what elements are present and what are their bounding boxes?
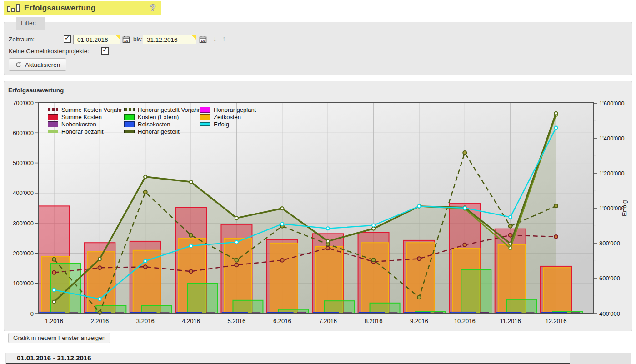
svg-text:1'200'000: 1'200'000	[599, 170, 625, 177]
svg-text:5.2016: 5.2016	[228, 318, 246, 324]
report-range-label: 01.01.2016 - 31.12.2016	[17, 354, 91, 362]
refresh-button-label: Aktualisieren	[25, 61, 60, 68]
refresh-button[interactable]: Aktualisieren	[9, 58, 66, 71]
legend-swatch	[48, 114, 58, 120]
svg-text:400'000: 400'000	[13, 189, 34, 196]
svg-text:300'000: 300'000	[13, 220, 34, 227]
legend-swatch	[124, 108, 135, 111]
svg-text:2.2016: 2.2016	[90, 318, 109, 324]
legend-swatch	[48, 121, 58, 127]
legend-label: Summe Kosten	[61, 114, 102, 120]
svg-text:700'000: 700'000	[13, 100, 34, 106]
erfolgsauswertung-page: Erfolgsauswertung ? Filter: Zeitraum: ✓ …	[0, 0, 636, 364]
keine-gemeinkosten-checkbox[interactable]: ✓	[101, 47, 109, 55]
svg-text:4.2016: 4.2016	[182, 318, 200, 324]
report-footer: 01.01.2016 - 31.12.2016	[5, 353, 631, 364]
legend-label: Zeitkosten	[214, 114, 241, 120]
legend-column: Honorar geplantZeitkostenErfolg	[200, 106, 256, 128]
date-from-input[interactable]	[73, 35, 120, 44]
legend-label: Honorar geplant	[214, 106, 256, 113]
legend-swatch	[200, 107, 210, 113]
svg-text:0: 0	[30, 310, 34, 317]
legend-label: Honorar gestellt Vorjahr	[138, 106, 200, 113]
svg-text:400'000: 400'000	[599, 310, 620, 317]
bis-label: bis:	[133, 36, 143, 43]
legend-label: Honorar bezahlt	[61, 128, 104, 135]
svg-text:1.2016: 1.2016	[45, 318, 63, 324]
legend-swatch	[124, 130, 135, 133]
legend-label: Nebenkosten	[61, 121, 96, 128]
help-icon[interactable]: ?	[150, 3, 155, 13]
date-to-input[interactable]	[143, 35, 196, 44]
chart-panel: Erfolgsauswertung 0100'000200'000300'000…	[4, 81, 632, 331]
legend-swatch	[124, 121, 135, 127]
legend-column: Summe Kosten VorjahrSumme KostenNebenkos…	[48, 106, 122, 135]
page-title-bar: Erfolgsauswertung ?	[4, 1, 161, 15]
date-to-field	[143, 35, 196, 45]
legend-item-honorar-gestellt-vorjahr: Honorar gestellt Vorjahr	[124, 106, 200, 113]
right-axis-title: Erfolg	[621, 200, 628, 216]
legend-label: Kosten (Extern)	[138, 114, 179, 120]
svg-text:200'000: 200'000	[13, 250, 34, 257]
legend-swatch	[200, 114, 210, 120]
legend-swatch	[124, 114, 135, 120]
legend-item-summe-kosten-vorjahr: Summe Kosten Vorjahr	[48, 106, 122, 113]
svg-text:3.2016: 3.2016	[136, 318, 155, 324]
svg-text:123: 123	[201, 40, 205, 42]
calendar-icon: 123	[199, 35, 208, 44]
svg-text:1'400'000: 1'400'000	[599, 135, 625, 142]
checkmark-icon: ✓	[65, 34, 70, 41]
svg-text:10.2016: 10.2016	[454, 318, 476, 324]
svg-text:8.2016: 8.2016	[365, 318, 383, 324]
zeitraum-checkbox[interactable]: ✓	[64, 35, 71, 43]
filter-panel: Filter: Zeitraum: ✓ 123 bis:	[4, 22, 632, 75]
legend-item-reisekosten: Reisekosten	[124, 120, 200, 128]
svg-text:7.2016: 7.2016	[319, 318, 337, 324]
checkmark-icon: ✓	[102, 46, 108, 53]
legend-item-honorar-gestellt: Honorar gestellt	[124, 128, 200, 135]
legend-item-summe-kosten: Summe Kosten	[48, 113, 122, 120]
refresh-icon	[15, 61, 22, 68]
svg-text:123: 123	[124, 40, 128, 42]
legend-label: Summe Kosten Vorjahr	[61, 106, 122, 113]
date-from-field	[73, 35, 120, 45]
svg-text:600'000: 600'000	[13, 130, 34, 136]
svg-text:9.2016: 9.2016	[410, 318, 428, 324]
up-arrow-icon[interactable]: ↑	[222, 35, 226, 42]
svg-text:11.2016: 11.2016	[500, 318, 521, 324]
filter-tab: Filter:	[16, 17, 45, 30]
legend-swatch	[200, 122, 210, 126]
svg-text:1'600'000: 1'600'000	[599, 100, 625, 107]
svg-text:12.2016: 12.2016	[546, 318, 567, 324]
legend-column: Honorar gestellt VorjahrKosten (Extern)R…	[124, 106, 200, 135]
svg-text:100'000: 100'000	[13, 280, 34, 287]
page-title: Erfolgsauswertung	[24, 4, 95, 13]
report-range-strip: 01.01.2016 - 31.12.2016	[6, 353, 570, 363]
calendar-button-from[interactable]: 123	[122, 35, 131, 44]
legend-label: Reisekosten	[138, 121, 170, 128]
legend-swatch	[48, 130, 58, 133]
legend-item-kosten-extern-: Kosten (Extern)	[124, 113, 200, 120]
bar-chart-icon	[7, 4, 20, 12]
calendar-button-to[interactable]: 123	[199, 35, 208, 44]
legend-item-honorar-bezahlt: Honorar bezahlt	[48, 128, 122, 135]
legend-swatch	[48, 108, 58, 111]
calendar-icon: 123	[122, 35, 131, 44]
zeitraum-label: Zeitraum:	[9, 36, 35, 43]
legend-item-erfolg: Erfolg	[200, 120, 256, 128]
svg-text:600'000: 600'000	[599, 275, 620, 282]
legend-item-honorar-geplant: Honorar geplant	[200, 106, 256, 113]
keine-gemeinkosten-label: Keine Gemeinkostenprojekte:	[9, 48, 89, 55]
svg-text:6.2016: 6.2016	[273, 318, 291, 324]
legend-label: Erfolg	[214, 121, 229, 128]
legend-item-nebenkosten: Nebenkosten	[48, 120, 122, 128]
legend-item-zeitkosten: Zeitkosten	[200, 113, 256, 120]
legend-label: Honorar gestellt	[138, 128, 180, 135]
svg-text:800'000: 800'000	[599, 240, 620, 247]
down-arrow-icon[interactable]: ↓	[213, 35, 217, 42]
svg-text:500'000: 500'000	[13, 160, 34, 166]
open-in-new-window-button[interactable]: Grafik in neuem Fenster anzeigen	[8, 333, 110, 343]
